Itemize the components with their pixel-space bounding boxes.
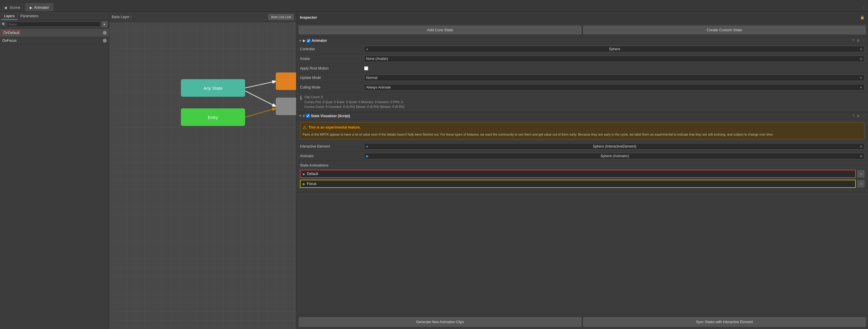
svg-line-2 — [245, 108, 276, 117]
arrows-overlay — [110, 22, 296, 329]
default-state-node[interactable]: Default — [276, 73, 296, 90]
layer-name-ondefault: OnDefault — [2, 30, 21, 35]
state-visualizer-section: ▼ # State Visualizer (Script) ? ⚙ ⋮ ⚠ Th… — [297, 112, 868, 193]
layer-item[interactable]: OnDefault — [0, 29, 109, 37]
interactive-element-field[interactable]: ● Sphere (InteractiveElement) ⊙ — [364, 143, 865, 149]
state-animations-section: State Animations ▶ Default − ▶ Focus − — [297, 161, 868, 192]
state-visualizer-section-header[interactable]: ▼ # State Visualizer (Script) ? ⚙ ⋮ — [297, 112, 868, 120]
warning-header: ⚠ This is an experimental feature. — [303, 125, 862, 130]
tab-scene[interactable]: ▣ Scene — [0, 3, 25, 11]
sv-animator-circle-btn[interactable]: ⊙ — [860, 154, 863, 158]
sv-collapse-icon: ▼ — [299, 114, 302, 117]
entry-node[interactable]: Entry — [181, 108, 245, 126]
layer-name-onfocus: OnFocus — [2, 38, 17, 43]
sync-states-button[interactable]: Sync States with Interactive Element — [583, 317, 866, 327]
update-mode-value: Normal ▼ — [364, 75, 865, 81]
warning-title: This is an experimental feature. — [308, 125, 361, 130]
sa-label-focus[interactable]: ▶ Focus — [300, 180, 856, 188]
sa-minus-focus[interactable]: − — [858, 180, 865, 187]
sa-label-default[interactable]: ▶ Default — [300, 170, 856, 178]
sv-help-icon: ? — [852, 114, 854, 118]
animator-section-title: Animator — [312, 38, 327, 43]
help-icon: ? — [852, 38, 854, 43]
header-icons: 🔒 — [860, 16, 865, 20]
svg-line-0 — [245, 81, 276, 88]
left-tabs: Layers Parameters — [0, 12, 109, 20]
ie-icon: ● — [366, 145, 368, 148]
ie-circle-btn[interactable]: ⊙ — [860, 145, 863, 148]
animator-toolbar: Base Layer › Auto Live Link — [110, 12, 296, 22]
layer-item[interactable]: OnFocus — [0, 37, 109, 45]
create-custom-state-button[interactable]: Create Custom State — [583, 26, 866, 34]
info-icon: ℹ — [300, 95, 302, 109]
update-mode-row: Update Mode Normal ▼ — [297, 73, 868, 83]
sv-animator-row: Animator ▶ Sphere (Animator) ⊙ — [297, 152, 868, 161]
warning-box: ⚠ This is an experimental feature. Parts… — [300, 122, 865, 140]
breadcrumb: Base Layer › — [112, 15, 133, 19]
sa-arrow-focus: ▶ — [303, 182, 305, 186]
tab-parameters[interactable]: Parameters — [18, 13, 41, 20]
breadcrumb-item: Base Layer — [112, 15, 129, 19]
interactive-element-row: Interactive Element ● Sphere (Interactiv… — [297, 142, 868, 152]
inspector-title: Inspector — [300, 15, 317, 20]
apply-root-motion-label: Apply Root Motion — [300, 66, 364, 71]
left-panel: Layers Parameters 🔍 + OnDefault OnFocus — [0, 12, 110, 329]
layer-list: OnDefault OnFocus — [0, 29, 109, 329]
sv-animator-field[interactable]: ▶ Sphere (Animator) ⊙ — [364, 153, 865, 159]
sa-minus-default[interactable]: − — [858, 170, 865, 177]
more-icon: ⋮ — [862, 6, 866, 10]
animator-enable-checkbox[interactable] — [307, 39, 310, 43]
sa-item-default: ▶ Default − — [300, 170, 865, 178]
culling-mode-label: Culling Mode — [300, 85, 364, 89]
sv-enable-checkbox[interactable] — [306, 114, 310, 118]
add-core-state-button[interactable]: Add Core State — [299, 26, 582, 34]
animator-canvas[interactable]: Any State Entry Default Focus — [110, 22, 296, 329]
focus-state-node[interactable]: Focus — [276, 98, 296, 115]
state-animations-title: State Animations — [300, 163, 865, 167]
more-icon: ⋮ — [862, 38, 866, 43]
sv-section-icon: # — [303, 114, 305, 118]
avatar-value: None (Avatar) ⊙ — [364, 56, 865, 62]
main-layout: Layers Parameters 🔍 + OnDefault OnFocus — [0, 12, 868, 329]
info-box: ℹ Clip Count: 0 Curves Pos: 0 Quat: 0 Eu… — [297, 92, 868, 112]
auto-live-link-button[interactable]: Auto Live Link — [269, 14, 294, 20]
sv-section-title: State Visualizer (Script) — [311, 114, 350, 118]
animator-icon: ▶ — [30, 6, 32, 9]
animator-section-header[interactable]: ▼ ▶ Animator ? ⚙ ⋮ — [297, 37, 868, 45]
action-buttons-row: Add Core State Create Custom State — [297, 23, 868, 37]
search-input[interactable] — [7, 22, 100, 27]
controller-field[interactable]: ● Sphere ⊙ — [364, 46, 865, 52]
search-icon: 🔍 — [2, 23, 6, 26]
culling-mode-row: Culling Mode Always Animate ▼ — [297, 83, 868, 92]
sv-more-icon: ⋮ — [862, 114, 866, 118]
generate-animation-clips-button[interactable]: Generate New Animation Clips — [299, 317, 582, 327]
svg-line-1 — [245, 91, 276, 106]
apply-root-motion-checkbox[interactable] — [364, 66, 368, 71]
breadcrumb-sep: › — [131, 15, 132, 19]
controller-label: Controller — [300, 47, 364, 51]
layer-dot — [103, 31, 107, 35]
avatar-field[interactable]: None (Avatar) ⊙ — [364, 56, 865, 62]
add-layer-button[interactable]: + — [101, 21, 107, 27]
sv-settings-icon: ⚙ — [857, 114, 860, 118]
apply-root-motion-value — [364, 66, 865, 71]
tab-bar: ▣ Scene ▶ Animator ⋮ — [0, 0, 868, 12]
avatar-circle-btn[interactable]: ⊙ — [860, 57, 863, 61]
tab-animator[interactable]: ▶ Animator — [25, 3, 54, 11]
sv-animator-value: ▶ Sphere (Animator) ⊙ — [364, 153, 865, 159]
any-state-node[interactable]: Any State — [181, 79, 245, 97]
culling-mode-field[interactable]: Always Animate ▼ — [364, 84, 865, 90]
culling-mode-arrow: ▼ — [860, 86, 863, 89]
layer-dot — [103, 38, 107, 43]
warning-text: Parts of the MRTK appear to have a lot o… — [303, 132, 862, 137]
controller-circle-btn[interactable]: ⊙ — [860, 47, 863, 51]
update-mode-field[interactable]: Normal ▼ — [364, 75, 865, 81]
avatar-row: Avatar None (Avatar) ⊙ — [297, 54, 868, 64]
tab-layers[interactable]: Layers — [1, 13, 18, 20]
section-collapse-icon: ▼ — [299, 39, 302, 43]
interactive-element-value: ● Sphere (InteractiveElement) ⊙ — [364, 143, 865, 149]
warning-icon: ⚠ — [303, 125, 307, 130]
avatar-label: Avatar — [300, 57, 364, 61]
lock-icon: 🔒 — [860, 16, 865, 20]
bottom-buttons: Generate New Animation Clips Sync States… — [297, 315, 868, 329]
